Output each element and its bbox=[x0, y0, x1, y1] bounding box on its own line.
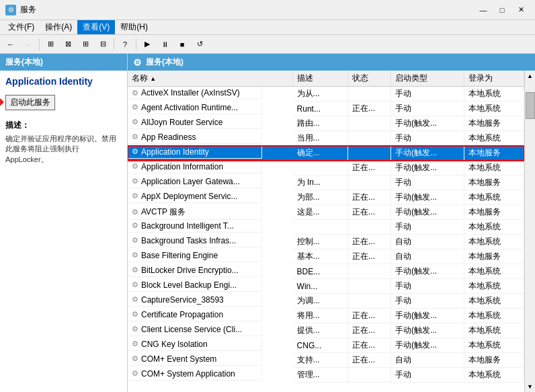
service-login-cell: 本地系统 bbox=[464, 235, 524, 249]
service-status-cell: 正在... bbox=[347, 249, 390, 264]
service-name-cell: COM+ Event System bbox=[141, 354, 216, 364]
right-panel: ⚙ 服务(本地) 名称 描述 状态 启动类型 登录 bbox=[128, 54, 535, 392]
show-hide-button[interactable]: ⊞ bbox=[42, 37, 58, 52]
restart-button[interactable]: ↺ bbox=[192, 37, 208, 52]
service-desc-cell: 基本... bbox=[293, 249, 348, 264]
table-row[interactable]: ⚙ActiveX Installer (AxInstSV)为从...手动本地系统 bbox=[128, 87, 524, 102]
service-name-cell: Background Intelligent T... bbox=[141, 221, 234, 231]
service-login-cell: 本地系统 bbox=[464, 368, 524, 383]
service-gear-icon: ⚙ bbox=[132, 221, 138, 230]
menu-help[interactable]: 帮助(H) bbox=[115, 20, 153, 34]
start-service-link[interactable]: 启动此服务 bbox=[5, 95, 55, 110]
services-table-scroll[interactable]: 名称 描述 状态 启动类型 登录为 ⚙ActiveX Installer (Ax… bbox=[128, 71, 535, 392]
service-desc-cell: 提供... bbox=[293, 323, 348, 338]
col-login[interactable]: 登录为 bbox=[464, 71, 524, 87]
minimize-button[interactable]: — bbox=[475, 3, 492, 17]
service-gear-icon: ⚙ bbox=[132, 132, 138, 141]
forward-button[interactable]: → bbox=[20, 37, 36, 52]
scroll-up-button[interactable]: ▲ bbox=[525, 71, 535, 81]
col-status[interactable]: 状态 bbox=[347, 71, 390, 87]
col-desc[interactable]: 描述 bbox=[293, 71, 348, 87]
table-row[interactable]: ⚙AppX Deployment Servic...为部...正在...手动(触… bbox=[128, 190, 524, 205]
service-desc-cell: 路由... bbox=[293, 116, 348, 131]
description-text: 确定并验证应用程序的标识。禁用此服务将阻止强制执行 AppLocker。 bbox=[5, 134, 122, 165]
service-name-cell: Certificate Propagation bbox=[141, 310, 223, 319]
service-gear-icon: ⚙ bbox=[132, 369, 138, 378]
service-gear-icon: ⚙ bbox=[132, 325, 138, 334]
service-login-cell: 本地系统 bbox=[464, 190, 524, 205]
help-button[interactable]: ? bbox=[117, 37, 133, 52]
service-name-cell: COM+ System Application bbox=[141, 369, 235, 379]
service-name-cell: AVCTP 服务 bbox=[141, 206, 186, 218]
table-row[interactable]: ⚙Block Level Backup Engi...Win...手动本地系统 bbox=[128, 279, 524, 294]
service-gear-icon: ⚙ bbox=[132, 354, 138, 363]
service-gear-icon: ⚙ bbox=[132, 192, 138, 200]
col-startup[interactable]: 启动类型 bbox=[391, 71, 464, 87]
service-name-cell: Application Layer Gatewa... bbox=[141, 177, 240, 186]
service-startup-cell: 手动(触发... bbox=[391, 116, 464, 131]
close-button[interactable]: ✕ bbox=[512, 3, 530, 17]
service-gear-icon: ⚙ bbox=[132, 177, 138, 186]
table-row[interactable]: ⚙CaptureService_38593为调...手动本地系统 bbox=[128, 294, 524, 309]
selected-service-name: Application Identity bbox=[5, 76, 122, 87]
table-row[interactable]: ⚙BitLocker Drive Encryptio...BDE...手动(触发… bbox=[128, 264, 524, 279]
service-name-cell: Base Filtering Engine bbox=[141, 251, 218, 260]
table-row[interactable]: ⚙AllJoyn Router Service路由...手动(触发...本地服务 bbox=[128, 116, 524, 131]
menu-file[interactable]: 文件(F) bbox=[3, 20, 40, 34]
service-name-cell: Client License Service (Cli... bbox=[141, 325, 242, 334]
table-row[interactable]: ⚙Application Layer Gatewa...为 In...手动本地服… bbox=[128, 175, 524, 190]
table-row[interactable]: ⚙Certificate Propagation将用...正在...手动(触发.… bbox=[128, 309, 524, 323]
table-row[interactable]: ⚙Application Information正在...手动(触发...本地系… bbox=[128, 161, 524, 175]
table-row[interactable]: ⚙App Readiness当用...手动本地系统 bbox=[128, 131, 524, 146]
table-row[interactable]: ⚙Background Tasks Infras...控制...正在...自动本… bbox=[128, 235, 524, 249]
table-row[interactable]: ⚙Base Filtering Engine基本...正在...自动本地服务 bbox=[128, 249, 524, 264]
service-status-cell bbox=[347, 116, 390, 131]
right-panel-title: 服务(本地) bbox=[146, 56, 183, 68]
toolbar-separator-3 bbox=[136, 38, 136, 50]
service-status-cell bbox=[347, 279, 390, 294]
table-row[interactable]: ⚙Background Intelligent T...手动本地系统 bbox=[128, 220, 524, 235]
menu-action[interactable]: 操作(A) bbox=[40, 20, 77, 34]
service-startup-cell: 手动 bbox=[391, 220, 464, 235]
table-row[interactable]: ⚙COM+ System Application管理...手动本地系统 bbox=[128, 368, 524, 383]
service-status-cell bbox=[347, 220, 390, 235]
service-gear-icon: ⚙ bbox=[132, 280, 138, 289]
service-gear-icon: ⚙ bbox=[132, 266, 138, 274]
main-content: 服务(本地) Application Identity ➜ 启动此服务 描述： … bbox=[0, 54, 535, 392]
service-name-cell: BitLocker Drive Encryptio... bbox=[141, 266, 239, 275]
service-startup-cell: 手动 bbox=[391, 368, 464, 383]
service-login-cell: 本地系统 bbox=[464, 131, 524, 146]
table-row[interactable]: ⚙Client License Service (Cli...提供...正在..… bbox=[128, 323, 524, 338]
table-row[interactable]: ⚙Agent Activation Runtime...Runt...正在...… bbox=[128, 102, 524, 116]
menu-view[interactable]: 查看(V) bbox=[77, 20, 115, 34]
title-text: 服务 bbox=[20, 4, 36, 15]
new-window-button[interactable]: ⊞ bbox=[77, 37, 93, 52]
scope-button[interactable]: ⊠ bbox=[60, 37, 76, 52]
service-startup-cell: 手动 bbox=[391, 294, 464, 309]
properties-button[interactable]: ⊟ bbox=[95, 37, 111, 52]
back-button[interactable]: ← bbox=[3, 37, 19, 52]
service-startup-cell: 手动(触发... bbox=[391, 264, 464, 279]
table-row[interactable]: ⚙COM+ Event System支持...正在...自动本地服务 bbox=[128, 353, 524, 368]
service-login-cell: 本地服务 bbox=[464, 175, 524, 190]
stop-button[interactable]: ■ bbox=[174, 37, 190, 52]
maximize-button[interactable]: □ bbox=[493, 3, 511, 17]
table-row[interactable]: ⚙AVCTP 服务这是...正在...手动(触发...本地服务 bbox=[128, 205, 524, 220]
col-name[interactable]: 名称 bbox=[128, 71, 293, 87]
service-login-cell: 本地系统 bbox=[464, 338, 524, 353]
service-gear-icon: ⚙ bbox=[132, 147, 138, 156]
service-login-cell: 本地服务 bbox=[464, 205, 524, 220]
pause-button[interactable]: ⏸ bbox=[157, 37, 173, 52]
scroll-thumb[interactable] bbox=[526, 92, 535, 119]
play-button[interactable]: ▶ bbox=[139, 37, 155, 52]
right-panel-header: ⚙ 服务(本地) bbox=[128, 54, 535, 71]
vertical-scrollbar[interactable]: ▲ ▼ bbox=[524, 71, 535, 392]
service-desc-cell: 确定... bbox=[293, 146, 348, 161]
scroll-down-button[interactable]: ▼ bbox=[525, 381, 535, 392]
service-login-cell: 本地系统 bbox=[464, 279, 524, 294]
table-row[interactable]: ⚙CNG Key IsolationCNG...正在...手动(触发...本地系… bbox=[128, 338, 524, 353]
service-name-cell: ActiveX Installer (AxInstSV) bbox=[141, 88, 240, 97]
table-row[interactable]: ⚙Application Identity确定...手动(触发...本地服务 bbox=[128, 146, 524, 161]
service-startup-cell: 手动(触发... bbox=[391, 309, 464, 323]
service-gear-icon: ⚙ bbox=[132, 208, 138, 217]
